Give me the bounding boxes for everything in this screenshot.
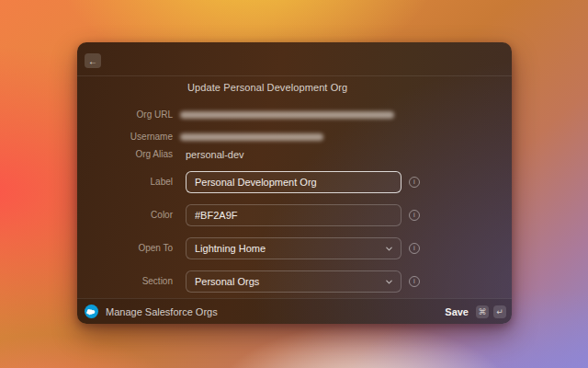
open-to-dropdown[interactable]: Lightning Home (186, 237, 401, 259)
salesforce-cloud-icon (85, 305, 98, 318)
section-dropdown[interactable]: Personal Orgs (186, 270, 401, 293)
action-bar: Manage Salesforce Orgs Save ⌘ ↵ (77, 298, 512, 324)
org-url-redacted-value (180, 111, 394, 119)
save-button[interactable]: Save ⌘ ↵ (445, 305, 506, 318)
section-selected-value: Personal Orgs (195, 276, 259, 287)
extension-window: ← Update Personal Development Org Org UR… (77, 42, 512, 324)
chevron-down-icon (385, 278, 393, 286)
color-input[interactable] (186, 204, 401, 226)
chevron-down-icon (385, 245, 393, 253)
org-alias-value: personal-dev (186, 144, 244, 166)
return-key-icon: ↵ (493, 305, 506, 318)
color-field-label: Color (77, 204, 173, 226)
back-button[interactable]: ← (85, 53, 101, 68)
org-url-row: Org URL (77, 104, 512, 126)
label-field-label: Label (77, 171, 173, 193)
org-url-label: Org URL (77, 104, 173, 126)
org-alias-row: Org Alias personal-dev (77, 144, 512, 166)
open-to-selected-value: Lightning Home (195, 243, 266, 254)
org-alias-label: Org Alias (77, 144, 173, 166)
extension-name: Manage Salesforce Orgs (106, 306, 218, 317)
cmd-key-icon: ⌘ (476, 305, 489, 318)
info-icon[interactable]: i (409, 243, 420, 254)
section-row: Section Personal Orgs i (77, 270, 512, 293)
section-label: Section (77, 270, 173, 293)
save-label: Save (445, 306, 469, 317)
label-field-row: Label i (77, 171, 512, 193)
username-redacted-value (180, 133, 323, 141)
window-header: ← (77, 42, 512, 76)
info-icon[interactable]: i (409, 276, 420, 287)
open-to-row: Open To Lightning Home i (77, 237, 512, 259)
form-title: Update Personal Development Org (187, 82, 347, 93)
label-input[interactable] (186, 171, 401, 193)
color-field-row: Color i (77, 204, 512, 226)
open-to-label: Open To (77, 237, 173, 259)
info-icon[interactable]: i (409, 210, 420, 221)
back-arrow-icon: ← (88, 56, 97, 66)
info-icon[interactable]: i (409, 177, 420, 188)
desktop-background: ← Update Personal Development Org Org UR… (0, 0, 588, 368)
